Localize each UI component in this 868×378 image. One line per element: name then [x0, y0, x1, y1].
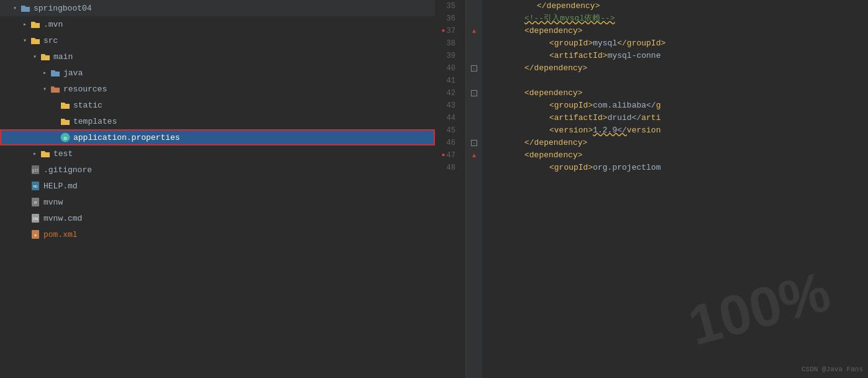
gutter-43	[466, 99, 482, 112]
arrow-springboot04	[10, 3, 20, 13]
folder-icon-templates	[60, 117, 71, 126]
line-40: 40	[435, 62, 460, 75]
label-help-md: HELP.md	[43, 182, 78, 191]
gutter-44	[466, 112, 482, 124]
label-mvn: .mvn	[43, 20, 63, 29]
code-line-43: <groupId>com.alibaba</g	[487, 99, 868, 112]
label-static: static	[73, 101, 103, 110]
tree-item-java[interactable]: java	[0, 65, 435, 81]
svg-text:git: git	[32, 168, 40, 173]
line-48: 48	[435, 162, 460, 174]
arrow-mvn	[20, 19, 30, 29]
folder-icon-test	[40, 149, 51, 158]
label-pom-xml: pom.xml	[43, 230, 78, 239]
tree-item-test[interactable]: test	[0, 145, 435, 162]
code-line-38: <groupId>mysql</groupId>	[487, 37, 868, 50]
arrow-main	[30, 52, 40, 62]
code-line-35: </dependency>	[487, 0, 868, 12]
line-41: 41	[435, 75, 460, 87]
line-43: 43	[435, 99, 460, 112]
tree-item-main[interactable]: main	[0, 48, 435, 65]
code-line-45: <version>1.2.9</version	[487, 124, 868, 137]
arrow-test	[30, 149, 40, 159]
line-46: 46	[435, 137, 460, 149]
line-38: 38	[435, 37, 460, 50]
tree-item-templates[interactable]: templates	[0, 113, 435, 129]
code-line-39: <artifactId>mysql-conne	[487, 50, 868, 62]
code-editor: 35 36 ● 37 38 39 40 41 42 43 44 45 46 ● …	[435, 0, 868, 378]
gutter-41	[466, 75, 482, 87]
tree-item-application-properties[interactable]: ⚙ application.properties	[0, 129, 435, 145]
svg-text:M: M	[34, 201, 37, 205]
gutter: ▲ - - - ▲	[466, 0, 482, 378]
gutter-46: -	[466, 137, 482, 149]
folder-icon-springboot04	[20, 4, 31, 12]
arrow-resources	[40, 84, 50, 94]
fold-icon-46[interactable]: -	[471, 140, 477, 146]
gutter-38	[466, 37, 482, 50]
gutter-37: ▲	[466, 25, 482, 37]
fold-icon-40[interactable]: -	[471, 65, 477, 71]
file-icon-pom: m	[30, 230, 41, 239]
tree-item-help-md[interactable]: MD HELP.md	[0, 178, 435, 194]
gutter-40: -	[466, 62, 482, 75]
folder-icon-static	[60, 101, 71, 109]
file-icon-md: MD	[30, 182, 41, 190]
label-resources: resources	[63, 85, 107, 94]
folder-icon-src	[30, 36, 41, 45]
label-src: src	[43, 36, 58, 45]
label-java: java	[63, 68, 83, 78]
tree-item-mvnw-cmd[interactable]: CMD mvnw.cmd	[0, 210, 435, 226]
line-39: 39	[435, 50, 460, 62]
folder-icon-resources	[50, 85, 61, 93]
code-line-44: <artifactId>druid</arti	[487, 112, 868, 124]
svg-text:MD: MD	[33, 185, 38, 189]
label-gitignore: .gitignore	[43, 165, 92, 175]
code-line-37: <dependency>	[487, 25, 868, 37]
svg-text:⚙: ⚙	[64, 136, 67, 141]
code-line-41: <dependency> <groupId>com.alibaba</g <ar…	[487, 75, 868, 87]
label-mvnw: mvnw	[43, 198, 63, 207]
gutter-39	[466, 50, 482, 62]
tree-item-static[interactable]: static	[0, 97, 435, 113]
file-icon-gitignore: git	[30, 165, 41, 174]
label-application-properties: application.properties	[73, 133, 180, 142]
tree-item-gitignore[interactable]: git .gitignore	[0, 162, 435, 178]
label-templates: templates	[73, 117, 117, 126]
tree-item-springboot04[interactable]: springboot04	[0, 0, 435, 16]
code-line-46: </dependency>	[487, 137, 868, 149]
line-44: 44	[435, 112, 460, 124]
tree-item-src[interactable]: src	[0, 32, 435, 48]
label-main: main	[53, 52, 73, 62]
line-42: 42	[435, 87, 460, 99]
fold-icon-42[interactable]: -	[471, 90, 477, 96]
gutter-47: ▲	[466, 149, 482, 162]
arrow-icon-47: ▲	[472, 152, 476, 159]
file-icon-mvnw: M	[30, 198, 41, 206]
code-line-40: </dependency>	[487, 62, 868, 75]
tree-item-mvn[interactable]: .mvn	[0, 16, 435, 32]
file-icon-mvnw-cmd: CMD	[30, 214, 41, 223]
folder-icon-mvn	[30, 20, 41, 29]
code-lines[interactable]: </dependency> <!--引入mysql依赖--> <dependen…	[482, 0, 868, 378]
gutter-36	[466, 12, 482, 25]
gutter-45	[466, 124, 482, 137]
svg-text:CMD: CMD	[32, 218, 38, 221]
svg-text:m: m	[34, 234, 36, 237]
arrow-java	[40, 68, 50, 78]
line-47: ● 47	[435, 149, 460, 162]
tree-item-resources[interactable]: resources	[0, 81, 435, 97]
arrow-src	[20, 35, 30, 45]
code-line-48: <groupId>org.projectlom	[487, 162, 868, 174]
gutter-42: -	[466, 87, 482, 99]
folder-icon-java	[50, 68, 61, 77]
tree-item-mvnw[interactable]: M mvnw	[0, 194, 435, 210]
tree-item-pom-xml[interactable]: m pom.xml	[0, 226, 435, 242]
line-45: 45	[435, 124, 460, 137]
label-springboot04: springboot04	[34, 4, 92, 13]
line-37: ● 37	[435, 25, 460, 37]
line-numbers: 35 36 ● 37 38 39 40 41 42 43 44 45 46 ● …	[435, 0, 466, 378]
gutter-35	[466, 0, 482, 12]
gutter-48	[466, 162, 482, 174]
line-36: 36	[435, 12, 460, 25]
